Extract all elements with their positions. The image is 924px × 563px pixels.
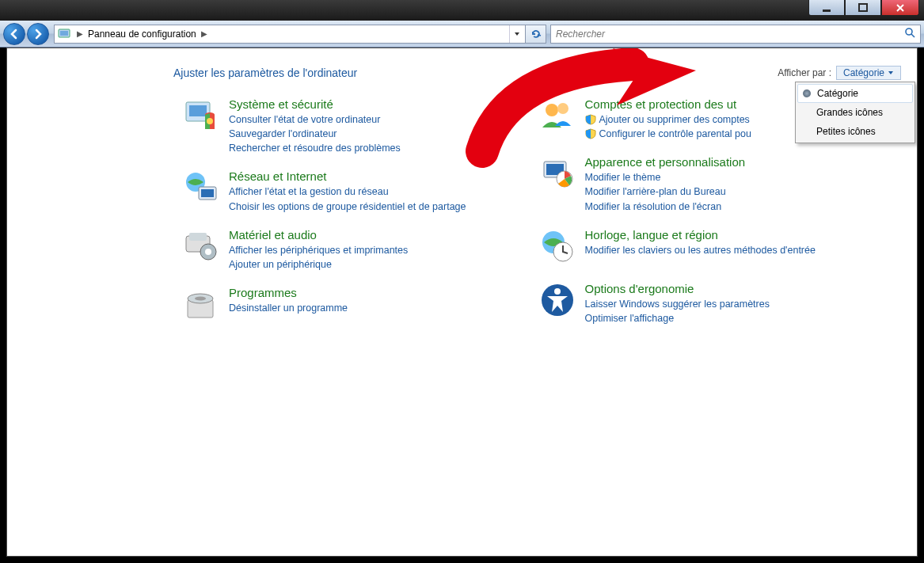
svg-point-4 (906, 29, 912, 35)
category-link[interactable]: Désinstaller un programme (229, 301, 348, 315)
category-hardware-audio: Matériel et audio Afficher les périphéri… (181, 228, 530, 272)
back-button[interactable] (3, 23, 25, 45)
svg-rect-3 (60, 31, 68, 36)
category-link[interactable]: Sauvegarder l'ordinateur (229, 127, 401, 141)
clock-language-region-icon (538, 228, 577, 268)
category-link[interactable]: Modifier le thème (585, 170, 746, 184)
category-ease-of-access: Options d'ergonomie Laisser Windows sugg… (538, 282, 886, 325)
svg-point-26 (554, 288, 561, 295)
category-link[interactable]: Rechercher et résoudre des problèmes (229, 141, 401, 155)
svg-point-17 (195, 296, 206, 300)
viewby-label: Afficher par : (778, 67, 831, 78)
category-link[interactable]: Choisir les options de groupe résidentie… (229, 200, 466, 214)
minimize-button[interactable] (808, 0, 845, 16)
svg-rect-1 (859, 4, 867, 11)
category-title[interactable]: Comptes et protection des ut (585, 97, 751, 111)
hardware-audio-icon (181, 228, 221, 268)
navigation-bar: ▶ Panneau de configuration ▶ (0, 21, 924, 48)
appearance-icon (538, 155, 577, 195)
ease-of-access-icon (538, 282, 577, 321)
svg-point-14 (205, 249, 211, 255)
window-titlebar (0, 0, 924, 21)
breadcrumb-separator: ▶ (77, 29, 83, 38)
window-controls (808, 0, 919, 16)
category-link[interactable]: Modifier l'arrière-plan du Bureau (585, 184, 746, 199)
category-title[interactable]: Options d'ergonomie (585, 282, 770, 295)
content-pane: Ajuster les paramètres de l'ordinateur A… (6, 48, 918, 557)
category-title[interactable]: Apparence et personnalisation (585, 155, 746, 169)
control-panel-icon (58, 27, 72, 41)
viewby-current: Catégorie (843, 67, 884, 78)
category-link[interactable]: Afficher l'état et la gestion du réseau (229, 184, 466, 199)
category-title[interactable]: Réseau et Internet (229, 169, 466, 183)
programs-icon (181, 286, 221, 325)
category-system-security: Système et sécurité Consulter l'état de … (181, 97, 530, 155)
category-network-internet: Réseau et Internet Afficher l'état et la… (181, 169, 530, 213)
chevron-down-icon (888, 70, 894, 76)
category-link[interactable]: Modifier la résolution de l'écran (585, 200, 746, 214)
category-link[interactable]: Optimiser l'affichage (585, 311, 770, 325)
category-appearance: Apparence et personnalisation Modifier l… (538, 155, 886, 213)
category-link[interactable]: Configurer le contrôle parental pou (585, 127, 751, 141)
category-title[interactable]: Matériel et audio (229, 228, 408, 242)
category-title[interactable]: Programmes (229, 286, 348, 299)
viewby-dropdown[interactable]: Catégorie (836, 66, 901, 80)
network-internet-icon (181, 169, 221, 209)
page-heading: Ajuster les paramètres de l'ordinateur (173, 67, 357, 79)
user-accounts-icon (538, 97, 577, 137)
breadcrumb-root[interactable]: Panneau de configuration (88, 29, 196, 40)
category-user-accounts: Comptes et protection des ut Ajouter ou … (538, 97, 886, 141)
category-link[interactable]: Afficher les périphériques et imprimante… (229, 243, 408, 257)
address-bar[interactable]: ▶ Panneau de configuration ▶ (54, 25, 526, 44)
uac-shield-icon (585, 128, 596, 139)
category-link[interactable]: Ajouter un périphérique (229, 257, 408, 272)
category-link[interactable]: Consulter l'état de votre ordinateur (229, 112, 401, 127)
maximize-button[interactable] (845, 0, 881, 16)
svg-point-7 (207, 118, 213, 124)
svg-point-18 (546, 104, 558, 116)
breadcrumb-separator: ▶ (201, 29, 207, 38)
search-input[interactable] (556, 29, 904, 40)
category-link[interactable]: Laisser Windows suggérer les paramètres (585, 297, 770, 311)
svg-rect-6 (189, 105, 207, 116)
search-icon[interactable] (904, 27, 915, 41)
category-title[interactable]: Horloge, langue et région (585, 228, 816, 242)
system-security-icon (181, 97, 221, 137)
forward-button[interactable] (27, 23, 49, 45)
search-box[interactable] (550, 25, 921, 44)
category-programs: Programmes Désinstaller un programme (181, 286, 530, 325)
category-clock-language-region: Horloge, langue et région Modifier les c… (538, 228, 886, 268)
uac-shield-icon (585, 114, 596, 125)
close-button[interactable] (881, 0, 919, 16)
category-title[interactable]: Système et sécurité (229, 97, 401, 111)
category-link[interactable]: Modifier les claviers ou les autres méth… (585, 243, 816, 257)
svg-rect-12 (189, 233, 207, 241)
category-link[interactable]: Ajouter ou supprimer des comptes (585, 112, 751, 127)
address-dropdown-icon[interactable] (509, 25, 523, 43)
svg-point-19 (557, 103, 568, 114)
radio-selected-icon (803, 89, 811, 97)
refresh-button[interactable] (526, 25, 546, 44)
svg-rect-0 (823, 10, 831, 12)
svg-rect-10 (201, 189, 214, 197)
